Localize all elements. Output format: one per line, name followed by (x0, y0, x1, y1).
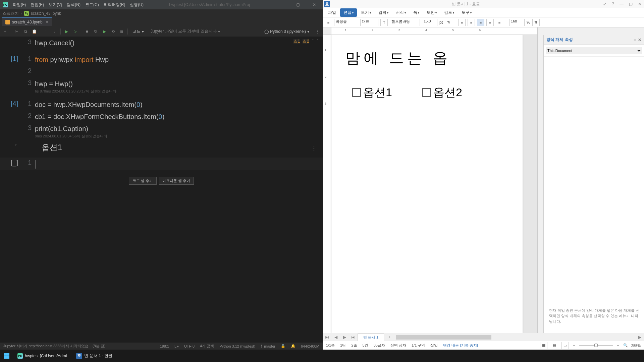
status-page[interactable]: 1/1쪽 (326, 343, 335, 348)
cut-icon[interactable]: ✂ (14, 28, 20, 35)
tab-prev-icon[interactable]: ◀ (331, 335, 340, 340)
status-encoding[interactable]: UTF-8 (184, 344, 195, 348)
menu-refactor[interactable]: 리팩터링(R) (104, 2, 125, 8)
code-cell-1[interactable]: [1] 1 from pyhwpx import Hwp (0, 54, 323, 66)
zoom-slider[interactable] (579, 345, 613, 346)
status-track-changes[interactable]: 변경 내용 [기록 중지] (443, 343, 478, 348)
style-dropdown[interactable]: 바탕글 (334, 19, 358, 26)
debug-cell-icon[interactable]: ▷ (72, 28, 78, 35)
status-mode[interactable]: 삽입 (430, 343, 438, 348)
stop-icon[interactable]: ■ (84, 28, 90, 35)
align-dist-icon[interactable]: ≡ (496, 19, 503, 26)
bell-icon[interactable]: 🔔 (291, 344, 296, 348)
tab-close-icon[interactable]: × (46, 20, 48, 24)
add-markdown-cell-button[interactable]: 마크다운 셀 추가 (159, 177, 194, 185)
zoom-input[interactable]: 160 (509, 19, 525, 26)
checkbox-icon[interactable] (422, 88, 431, 97)
run-cell-icon[interactable]: ▶ (63, 28, 69, 35)
form-checkbox-2[interactable]: 옵션2 (422, 85, 462, 100)
vertical-ruler[interactable]: 12 3 (323, 35, 331, 333)
paste-icon[interactable]: 📋 (31, 28, 37, 35)
code-cell-4-line3[interactable]: 3 print(cb1.Caption) 9ms 2024.08.01 20:3… (0, 123, 323, 140)
document-heading[interactable]: 맘에 드는 옵 (345, 48, 508, 68)
view-mode-icon[interactable]: ▭ (561, 342, 569, 349)
status-caret-pos[interactable]: 198:1 (160, 344, 169, 348)
para-dropdown[interactable]: 대표 (360, 19, 378, 26)
min-icon[interactable]: ⤢ (602, 2, 608, 6)
menu-tools[interactable]: 도구▾ (458, 8, 475, 17)
form-checkbox-1[interactable]: 옵션1 (352, 85, 392, 100)
minimize-button[interactable]: — (618, 2, 625, 6)
help-icon[interactable]: ? (610, 2, 615, 6)
status-memory[interactable]: 644/2400M (301, 344, 319, 348)
zoom-in-icon[interactable]: ＋ (616, 343, 620, 348)
panel-menu-icon[interactable]: ≡ (634, 38, 636, 42)
crumb-root[interactable]: 스크래치 (3, 11, 19, 16)
document-page[interactable]: 맘에 드는 옵 옵션1 옵션2 (331, 35, 523, 333)
font-icon[interactable]: T (380, 19, 388, 26)
document-area[interactable]: 맘에 드는 옵 옵션1 옵션2 (331, 35, 537, 333)
more-icon[interactable]: ⋮ (315, 28, 321, 35)
restart-icon[interactable]: ↻ (93, 28, 99, 35)
para-style-icon[interactable]: ≡ (325, 19, 332, 26)
font-size-input[interactable]: 15.0 (422, 19, 437, 26)
run-all-icon[interactable]: ▶ (101, 28, 107, 35)
editor-tab[interactable]: scratch_43.ipynb × (2, 17, 52, 26)
add-document-tab[interactable]: ＋ (384, 334, 395, 340)
collapse-icon[interactable]: ˄ (312, 39, 314, 44)
font-dropdown[interactable]: 함초롬바탕 (390, 19, 420, 26)
menu-navigate[interactable]: 탐색(N) (67, 2, 80, 8)
copy-icon[interactable]: ⧉ (22, 28, 29, 35)
view-mode-icon[interactable]: ▦ (540, 342, 547, 349)
notebook-editor[interactable]: ⚠ 1 ⚠ 2 ˄ ˅ 3 hwp.Cancel() [1] 1 from py… (0, 37, 323, 342)
output-more-icon[interactable]: ⋮ (311, 144, 317, 152)
weak-warnings-badge[interactable]: ⚠ 2 (303, 39, 309, 44)
code-cell-prev[interactable]: 3 hwp.Cancel() (0, 37, 323, 49)
start-button[interactable] (2, 351, 11, 361)
code-cell-1-line2[interactable]: 2 (0, 66, 323, 78)
clear-output-icon[interactable]: ⟲ (110, 28, 116, 35)
horizontal-scrollbar[interactable] (396, 335, 634, 340)
cell-type-dropdown[interactable]: 코드 ▾ (130, 28, 146, 35)
align-center-icon[interactable]: ≡ (468, 19, 475, 26)
delete-cell-icon[interactable]: 🗑 (119, 28, 125, 35)
add-cell-icon[interactable]: ＋ (2, 28, 8, 35)
tab-last-icon[interactable]: ⏭ (349, 335, 358, 340)
size-spinner-icon[interactable]: ⇅ (445, 19, 452, 26)
menu-run[interactable]: 실행(U) (130, 2, 144, 8)
menu-edit[interactable]: 편집(E) (31, 2, 44, 8)
panel-close-icon[interactable]: ✕ (638, 38, 641, 42)
menu-security[interactable]: 보안▾ (423, 8, 440, 17)
menu-input[interactable]: 입력▾ (375, 8, 392, 17)
panel-scope-dropdown[interactable]: This Document (546, 47, 642, 54)
tab-next-icon[interactable]: ▶ (340, 335, 349, 340)
menu-file[interactable]: 파일(F) (13, 2, 26, 8)
align-left-icon[interactable]: ≡ (458, 19, 466, 26)
warnings-badge[interactable]: ⚠ 1 (293, 39, 300, 44)
menu-review[interactable]: 검토▾ (441, 8, 458, 17)
view-mode-icon[interactable]: ▤ (551, 342, 558, 349)
status-branch[interactable]: ᚶ master (261, 344, 275, 348)
align-right-icon[interactable]: ≡ (486, 19, 494, 26)
close-button[interactable]: ✕ (637, 2, 643, 6)
menu-view[interactable]: 보기(V) (49, 2, 62, 8)
align-justify-icon[interactable]: ≡ (477, 19, 484, 26)
kernel-selector[interactable]: ◯ Python 3 (ipykernel) ▾ (262, 28, 311, 35)
collapse-output-icon[interactable]: ˅ (15, 144, 17, 149)
taskbar-app-pycharm[interactable]: PC hwptest [C:/Users/Admi (14, 352, 70, 360)
status-interpreter[interactable]: Python 3.12 (hwptest) (219, 344, 255, 348)
vertical-scrollbar[interactable] (537, 35, 543, 333)
crumb-file[interactable]: scratch_43.ipynb (31, 11, 61, 16)
scroll-right-icon[interactable]: ▶ (635, 335, 644, 340)
taskbar-app-hangul[interactable]: 호 빈 문서 1 - 한글 (73, 352, 116, 360)
code-cell-empty[interactable]: [_] 1 (0, 158, 323, 170)
menu-format[interactable]: 서식▾ (392, 8, 409, 17)
expand-icon[interactable]: ˅ (317, 39, 319, 44)
zoom-out-icon[interactable]: － (572, 343, 576, 348)
status-indent[interactable]: 4개 공백 (200, 344, 214, 349)
checkbox-icon[interactable] (352, 88, 361, 97)
zoom-spinner-icon[interactable]: ⇅ (532, 19, 540, 26)
lock-icon[interactable]: 🔒 (281, 344, 285, 348)
menu-edit[interactable]: 편집▾ (340, 8, 357, 17)
menu-code[interactable]: 코드(C) (85, 2, 99, 8)
